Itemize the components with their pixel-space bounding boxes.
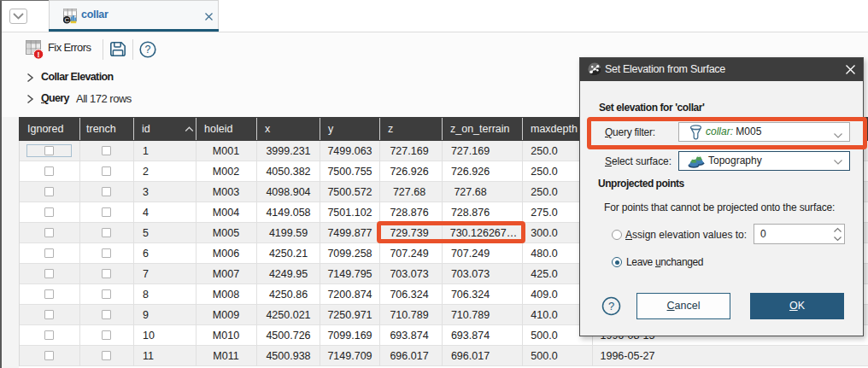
svg-text:?: ?	[608, 300, 614, 313]
svg-text:?: ?	[145, 44, 151, 55]
svg-text:!: !	[38, 50, 40, 59]
svg-text:C: C	[64, 16, 69, 24]
